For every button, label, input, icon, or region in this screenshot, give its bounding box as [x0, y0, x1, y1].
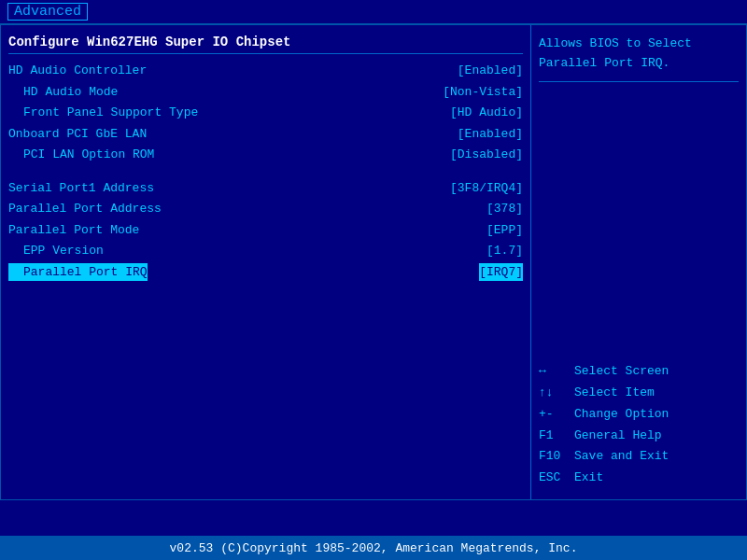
config-row-hd-audio-controller[interactable]: HD Audio Controller[Enabled] [8, 62, 523, 80]
key-symbol-2: +- [539, 405, 574, 425]
title-label: Advanced [7, 3, 88, 21]
key-desc-0: Select Screen [574, 362, 669, 382]
config-label-hd-audio-mode: HD Audio Mode [8, 83, 118, 102]
config-label-serial-port1-address: Serial Port1 Address [8, 179, 154, 198]
config-row-parallel-port-address[interactable]: Parallel Port Address[378] [8, 200, 523, 218]
footer-text: v02.53 (C)Copyright 1985-2002, American … [170, 541, 578, 555]
config-row-front-panel-support-type[interactable]: Front Panel Support Type[HD Audio] [8, 104, 523, 122]
main-area: Configure Win627EHG Super IO Chipset HD … [0, 24, 747, 500]
config-row-pci-lan-option-rom[interactable]: PCI LAN Option ROM[Disabled] [8, 146, 523, 164]
key-desc-3: General Help [574, 427, 662, 446]
key-row-4: F10Save and Exit [539, 447, 739, 467]
config-value-pci-lan-option-rom: [Disabled] [450, 146, 523, 164]
config-value-parallel-port-mode: [EPP] [486, 221, 523, 240]
key-row-3: F1General Help [539, 427, 739, 446]
key-symbol-3: F1 [539, 427, 574, 446]
config-label-parallel-port-mode: Parallel Port Mode [8, 221, 139, 240]
config-label-epp-version: EPP Version [8, 242, 104, 260]
config-label-parallel-port-address: Parallel Port Address [8, 200, 162, 218]
key-row-5: ESCExit [539, 469, 739, 488]
config-label-parallel-port-irq: Parallel Port IRQ [8, 263, 148, 282]
config-row-parallel-port-irq[interactable]: Parallel Port IRQ[IRQ7] [8, 263, 523, 282]
config-row-serial-port1-address[interactable]: Serial Port1 Address[3F8/IRQ4] [8, 179, 523, 198]
config-row-parallel-port-mode[interactable]: Parallel Port Mode[EPP] [8, 221, 523, 240]
config-value-parallel-port-address: [378] [486, 200, 523, 218]
config-row-onboard-pci-gbe-lan[interactable]: Onboard PCI GbE LAN[Enabled] [8, 125, 523, 144]
config-rows: HD Audio Controller[Enabled]HD Audio Mod… [8, 62, 523, 281]
config-row-hd-audio-mode[interactable]: HD Audio Mode[Non-Vista] [8, 83, 523, 102]
key-row-0: ↔Select Screen [539, 362, 739, 382]
key-row-1: ↑↓Select Item [539, 384, 739, 403]
key-desc-5: Exit [574, 469, 603, 488]
key-symbol-1: ↑↓ [539, 384, 574, 403]
key-desc-1: Select Item [574, 384, 655, 403]
config-label-front-panel-support-type: Front Panel Support Type [8, 104, 198, 122]
key-desc-2: Change Option [574, 405, 669, 425]
title-bar: Advanced [0, 0, 747, 24]
config-value-serial-port1-address: [3F8/IRQ4] [450, 179, 523, 198]
config-label-onboard-pci-gbe-lan: Onboard PCI GbE LAN [8, 125, 147, 144]
config-value-front-panel-support-type: [HD Audio] [450, 104, 523, 122]
key-symbol-0: ↔ [539, 362, 574, 382]
config-value-parallel-port-irq: [IRQ7] [479, 263, 523, 282]
panel-heading: Configure Win627EHG Super IO Chipset [8, 35, 523, 54]
key-legend: ↔Select Screen↑↓Select Item+-Change Opti… [539, 360, 739, 490]
config-value-hd-audio-mode: [Non-Vista] [443, 83, 523, 102]
config-value-hd-audio-controller: [Enabled] [458, 62, 523, 80]
key-desc-4: Save and Exit [574, 447, 669, 467]
config-label-hd-audio-controller: HD Audio Controller [8, 62, 147, 80]
config-value-onboard-pci-gbe-lan: [Enabled] [458, 125, 523, 144]
key-row-2: +-Change Option [539, 405, 739, 425]
key-symbol-5: ESC [539, 469, 574, 488]
footer: v02.53 (C)Copyright 1985-2002, American … [0, 536, 747, 560]
left-panel: Configure Win627EHG Super IO Chipset HD … [1, 25, 531, 499]
right-panel: Allows BIOS to Select Parallel Port IRQ.… [531, 25, 746, 499]
help-text: Allows BIOS to Select Parallel Port IRQ. [539, 35, 739, 82]
key-symbol-4: F10 [539, 447, 574, 467]
config-value-epp-version: [1.7] [486, 242, 523, 260]
config-row-epp-version[interactable]: EPP Version[1.7] [8, 242, 523, 260]
config-label-pci-lan-option-rom: PCI LAN Option ROM [8, 146, 154, 164]
